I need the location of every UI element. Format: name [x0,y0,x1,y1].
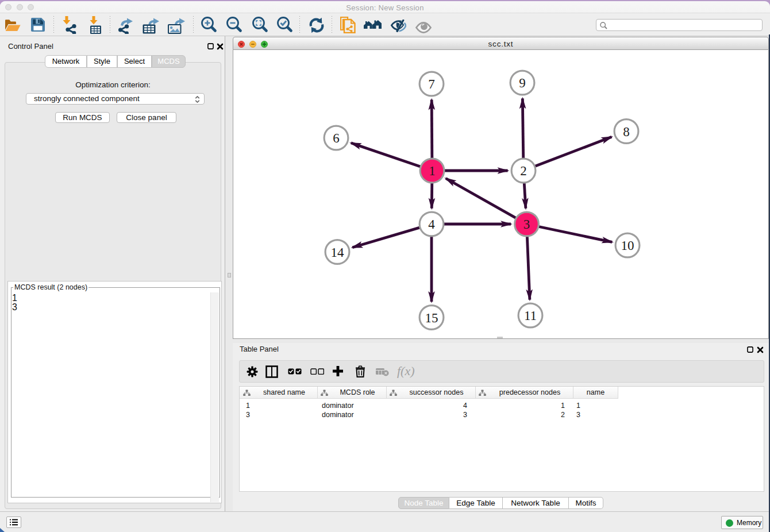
svg-text:7: 7 [428,77,435,91]
svg-text:11: 11 [524,309,537,323]
svg-text:15: 15 [425,311,438,325]
svg-text:14: 14 [331,245,345,260]
svg-text:2: 2 [520,164,527,178]
svg-text:4: 4 [428,217,435,232]
svg-text:3: 3 [523,217,530,232]
svg-text:6: 6 [333,131,340,145]
svg-text:8: 8 [623,125,630,139]
svg-text:9: 9 [519,76,526,90]
svg-text:1: 1 [429,164,436,178]
svg-text:10: 10 [621,238,634,253]
